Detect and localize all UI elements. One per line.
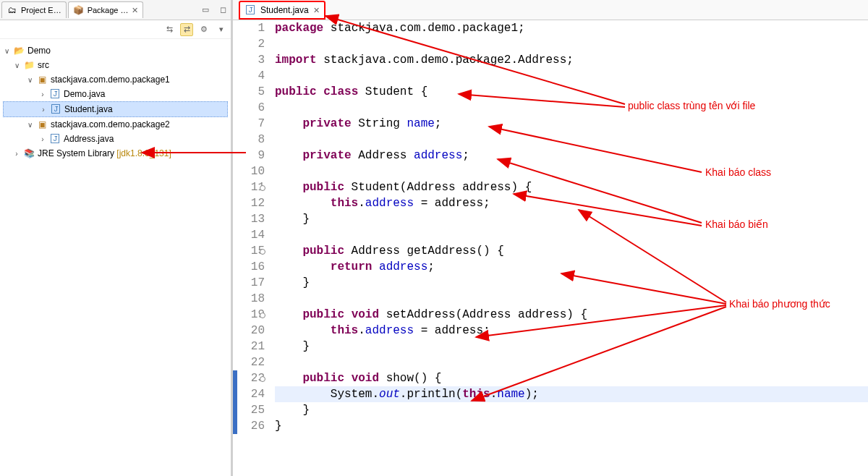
project-explorer-tab-label: Project E…: [21, 6, 61, 14]
project-explorer-tab[interactable]: 🗂 Project E…: [1, 1, 67, 18]
package-explorer-tab[interactable]: 📦 Package … ✕: [68, 1, 143, 18]
folder-icon: 📂: [13, 45, 25, 56]
java-file-icon: 🄹: [50, 103, 61, 115]
close-icon[interactable]: ✕: [313, 6, 320, 15]
java-file-icon: 🄹: [244, 4, 256, 16]
package-explorer-panel: 🗂 Project E… 📦 Package … ✕ ▭ ◻ ⇆ ⇄ ⚙ ▾ ∨…: [0, 0, 233, 476]
maximize-icon[interactable]: ◻: [216, 4, 229, 17]
minimize-icon[interactable]: ▭: [199, 4, 212, 17]
tree-file-student[interactable]: ›🄹Student.java: [3, 101, 228, 117]
project-tree: ∨📂Demo ∨📁src ∨▣stackjava.com.demo.packag…: [0, 39, 231, 165]
editor-tab-label: Student.java: [260, 5, 309, 15]
editor-tab-bar: 🄹 Student.java ✕: [233, 0, 868, 20]
package-explorer-tab-label: Package …: [88, 6, 129, 14]
filter-icon[interactable]: ⚙: [197, 23, 210, 36]
package-icon: ▣: [36, 74, 48, 85]
package-explorer-icon: 📦: [73, 4, 85, 16]
package-icon: ▣: [36, 119, 48, 130]
explorer-toolbar: ⇆ ⇄ ⚙ ▾: [0, 20, 231, 39]
java-file-icon: 🄹: [49, 133, 61, 145]
code-editor[interactable]: 1234567891011121314151617181920212223242…: [233, 20, 868, 476]
line-number-gutter: 1234567891011121314151617181920212223242…: [242, 20, 269, 476]
marker-column: [233, 20, 242, 476]
tree-jre[interactable]: ›📚JRE System Library [jdk1.8.0_131]: [3, 146, 228, 161]
editor-tab-student[interactable]: 🄹 Student.java ✕: [239, 1, 326, 20]
project-explorer-icon: 🗂: [7, 4, 18, 16]
tree-file-demo[interactable]: ›🄹Demo.java: [3, 87, 228, 101]
left-tab-bar: 🗂 Project E… 📦 Package … ✕ ▭ ◻: [0, 0, 231, 20]
collapse-all-icon[interactable]: ⇆: [163, 23, 176, 36]
tree-file-address[interactable]: ›🄹Address.java: [3, 132, 228, 146]
link-editor-icon[interactable]: ⇄: [180, 23, 193, 36]
close-icon[interactable]: ✕: [132, 6, 138, 15]
tree-package2[interactable]: ∨▣stackjava.com.demo.package2: [3, 117, 228, 132]
java-file-icon: 🄹: [49, 88, 61, 100]
tree-package1[interactable]: ∨▣stackjava.com.demo.package1: [3, 72, 228, 87]
editor-panel: 🄹 Student.java ✕ 12345678910111213141516…: [233, 0, 868, 476]
library-icon: 📚: [23, 148, 35, 159]
tree-src[interactable]: ∨📁src: [3, 58, 228, 72]
view-menu-icon[interactable]: ▾: [215, 23, 228, 36]
code-area[interactable]: package stackjava.com.demo.package1;impo…: [269, 20, 868, 476]
tree-project[interactable]: ∨📂Demo: [3, 43, 228, 58]
source-folder-icon: 📁: [23, 59, 35, 71]
